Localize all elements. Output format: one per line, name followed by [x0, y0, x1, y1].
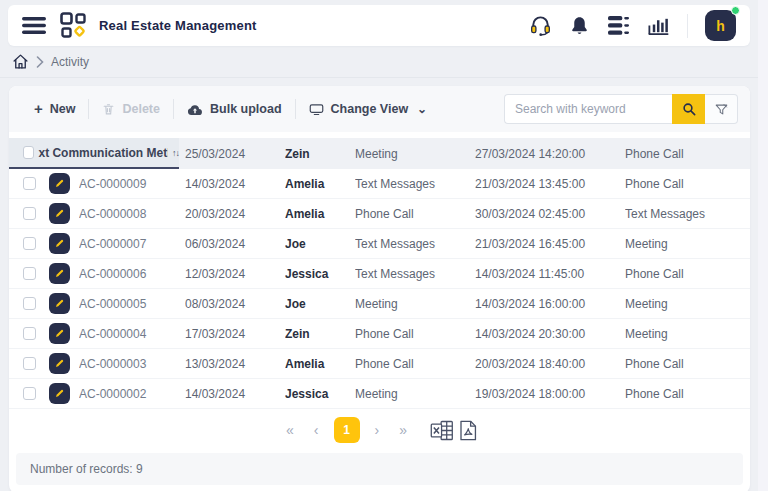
avatar-initial: h: [705, 10, 736, 41]
user-avatar[interactable]: h: [705, 10, 736, 41]
change-view-label: Change View: [331, 102, 409, 116]
sort-header-next-communication-method[interactable]: xt Communication Method ↑↓: [9, 138, 179, 169]
change-view-button[interactable]: Change View ⌄: [296, 96, 441, 122]
row-checkbox[interactable]: [23, 327, 36, 340]
activity-date: 14/03/2024: [185, 177, 285, 191]
client-name: Joe: [285, 297, 355, 311]
table-row: AC-0000006 12/03/2024 Jessica Text Messa…: [9, 259, 750, 289]
next-communication-date: 14/03/2024 20:30:00: [475, 327, 625, 341]
edit-button[interactable]: [49, 203, 70, 224]
client-name: Amelia: [285, 207, 355, 221]
plus-icon: +: [34, 104, 43, 114]
reports-chart-icon[interactable]: [647, 15, 670, 36]
hamburger-menu-icon[interactable]: [20, 15, 48, 36]
row-checkbox[interactable]: [23, 267, 36, 280]
chevron-down-icon: ⌄: [417, 105, 427, 113]
excel-icon: [430, 420, 454, 441]
export-excel-button[interactable]: [430, 420, 454, 441]
row-checkbox-cell: [9, 327, 49, 340]
online-status-dot: [731, 6, 740, 15]
edit-button[interactable]: [49, 353, 70, 374]
last-page-button[interactable]: »: [394, 420, 412, 440]
row-checkbox[interactable]: [23, 177, 36, 190]
record-code: AC-0000007: [79, 237, 185, 251]
breadcrumb-current[interactable]: Activity: [51, 55, 89, 69]
client-name: Jessica: [285, 267, 355, 281]
search-button[interactable]: [672, 94, 705, 124]
row-edit-cell: [49, 173, 79, 194]
edit-button[interactable]: [49, 233, 70, 254]
row-checkbox[interactable]: [23, 207, 36, 220]
activity-table: xt Communication Method ↑↓ 25/03/2024 Ze…: [9, 138, 750, 409]
record-code: AC-0000008: [79, 207, 185, 221]
home-icon[interactable]: [12, 53, 29, 70]
notifications-bell-icon[interactable]: [569, 15, 590, 37]
delete-button-label: Delete: [122, 102, 160, 116]
new-button[interactable]: + New: [21, 96, 88, 122]
row-checkbox[interactable]: [23, 387, 36, 400]
activity-log-icon[interactable]: [607, 15, 630, 36]
table-row: AC-0000004 17/03/2024 Zein Phone Call 14…: [9, 319, 750, 349]
edit-button[interactable]: [49, 173, 70, 194]
record-code: AC-0000006: [79, 267, 185, 281]
bulk-upload-button[interactable]: Bulk upload: [174, 96, 295, 122]
row-edit-cell: [49, 383, 79, 404]
next-communication-method: Phone Call: [625, 177, 750, 191]
communication-method: Phone Call: [355, 207, 475, 221]
activity-date: 14/03/2024: [185, 387, 285, 401]
row-checkbox-cell: [9, 387, 49, 400]
pencil-icon: [54, 208, 65, 219]
app-title: Real Estate Management: [99, 18, 257, 33]
pencil-icon: [54, 298, 65, 309]
delete-button[interactable]: Delete: [89, 96, 173, 122]
table-row: AC-0000007 06/03/2024 Joe Text Messages …: [9, 229, 750, 259]
clear-filter-button[interactable]: [705, 94, 738, 124]
support-headset-icon[interactable]: [529, 14, 552, 37]
next-communication-date: 21/03/2024 13:45:00: [475, 177, 625, 191]
record-code: AC-0000005: [79, 297, 185, 311]
search-input[interactable]: [504, 94, 672, 124]
edit-button[interactable]: [49, 323, 70, 344]
next-communication-method: Meeting: [625, 297, 750, 311]
edit-button[interactable]: [49, 293, 70, 314]
communication-method: Phone Call: [355, 357, 475, 371]
chevron-right-icon: [36, 56, 44, 68]
activity-date: 13/03/2024: [185, 357, 285, 371]
pencil-icon: [54, 178, 65, 189]
pencil-icon: [54, 388, 65, 399]
client-name: Jessica: [285, 387, 355, 401]
previous-page-button[interactable]: ‹: [309, 420, 324, 440]
activity-date: 12/03/2024: [185, 267, 285, 281]
communication-method: Phone Call: [355, 327, 475, 341]
sort-arrows-icon: ↑↓: [172, 148, 179, 158]
preview-next-communication-method: Phone Call: [625, 147, 750, 161]
row-edit-cell: [49, 353, 79, 374]
toolbar: + New Delete Bulk upload: [9, 86, 750, 132]
header-actions: h: [529, 10, 736, 41]
pencil-icon: [54, 238, 65, 249]
row-checkbox[interactable]: [23, 357, 36, 370]
table-row: AC-0000005 08/03/2024 Joe Meeting 14/03/…: [9, 289, 750, 319]
select-all-checkbox[interactable]: [23, 146, 34, 159]
next-communication-date: 14/03/2024 11:45:00: [475, 267, 625, 281]
activity-date: 17/03/2024: [185, 327, 285, 341]
row-checkbox-cell: [9, 237, 49, 250]
row-edit-cell: [49, 203, 79, 224]
app-logo[interactable]: [60, 12, 87, 39]
row-checkbox[interactable]: [23, 237, 36, 250]
next-page-button[interactable]: ›: [370, 420, 385, 440]
edit-button[interactable]: [49, 263, 70, 284]
edit-button[interactable]: [49, 383, 70, 404]
communication-method: Text Messages: [355, 177, 475, 191]
cloud-upload-icon: [187, 103, 203, 116]
export-pdf-button[interactable]: [458, 420, 478, 441]
row-checkbox-cell: [9, 267, 49, 280]
top-header: Real Estate Management: [8, 5, 750, 46]
activity-date: 20/03/2024: [185, 207, 285, 221]
next-communication-method: Meeting: [625, 327, 750, 341]
first-page-button[interactable]: «: [281, 420, 299, 440]
current-page-button[interactable]: 1: [334, 417, 360, 443]
client-name: Amelia: [285, 177, 355, 191]
row-checkbox[interactable]: [23, 297, 36, 310]
page-scrollbar[interactable]: [758, 0, 768, 491]
